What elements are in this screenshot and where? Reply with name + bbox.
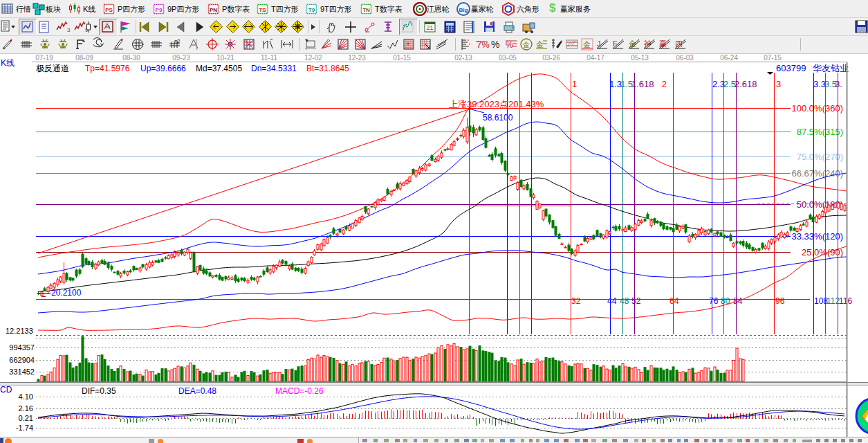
svg-text:DEA=0.48: DEA=0.48 bbox=[178, 386, 216, 396]
svg-text:08-30: 08-30 bbox=[122, 54, 140, 62]
svg-text:96: 96 bbox=[775, 296, 785, 306]
svg-text:Bt=31.8645: Bt=31.8645 bbox=[306, 64, 349, 73]
svg-text:%: % bbox=[491, 39, 499, 50]
svg-text:Tp=41.5976: Tp=41.5976 bbox=[85, 64, 130, 73]
svg-text:07-15: 07-15 bbox=[764, 54, 782, 62]
svg-text:K线: K线 bbox=[1, 58, 15, 68]
svg-text:03-05: 03-05 bbox=[499, 54, 517, 62]
svg-text:3: 3 bbox=[67, 27, 71, 33]
svg-text:11-11: 11-11 bbox=[261, 54, 278, 62]
svg-text:25.0%(90): 25.0%(90) bbox=[802, 247, 843, 257]
svg-text:%: % bbox=[506, 40, 513, 50]
svg-text:52: 52 bbox=[631, 296, 641, 306]
svg-text:4.10: 4.10 bbox=[19, 392, 33, 401]
svg-text:09-23: 09-23 bbox=[172, 54, 190, 62]
svg-text:07-19: 07-19 bbox=[35, 54, 53, 62]
svg-text:01-15: 01-15 bbox=[393, 54, 411, 62]
svg-text:04-17: 04-17 bbox=[587, 54, 604, 62]
svg-text:Up=39.6666: Up=39.6666 bbox=[140, 64, 186, 73]
svg-text:华友钴业: 华友钴业 bbox=[813, 63, 849, 73]
svg-text:n: n bbox=[174, 38, 178, 45]
svg-text:-1.74: -1.74 bbox=[16, 424, 33, 432]
svg-text:金: 金 bbox=[522, 41, 530, 48]
svg-text:331452: 331452 bbox=[9, 368, 35, 376]
svg-text:Md=37.4505: Md=37.4505 bbox=[196, 64, 242, 73]
svg-text:T9: T9 bbox=[308, 7, 315, 13]
svg-text:上涨39.2023点201.43%: 上涨39.2023点201.43% bbox=[449, 99, 544, 109]
svg-text:994357: 994357 bbox=[9, 343, 35, 352]
svg-text:12.2133: 12.2133 bbox=[6, 327, 33, 335]
svg-text:PN: PN bbox=[210, 7, 217, 13]
svg-text:08-09: 08-09 bbox=[75, 54, 93, 62]
svg-text:金: 金 bbox=[536, 40, 544, 48]
svg-text:TS: TS bbox=[259, 7, 266, 13]
svg-text:7%: 7% bbox=[477, 39, 490, 50]
svg-text:116: 116 bbox=[839, 296, 852, 306]
svg-text:603799: 603799 bbox=[776, 63, 806, 73]
svg-text:87.5%(315): 87.5%(315) bbox=[797, 127, 843, 137]
svg-text:12-02: 12-02 bbox=[304, 54, 322, 62]
svg-text:1: 1 bbox=[572, 79, 577, 89]
svg-text:2.618: 2.618 bbox=[735, 79, 757, 89]
svg-text:1.618: 1.618 bbox=[631, 79, 654, 89]
svg-text:12-23: 12-23 bbox=[348, 54, 366, 62]
svg-text:06-03: 06-03 bbox=[676, 54, 694, 62]
svg-text:66.67%(240): 66.67%(240) bbox=[792, 168, 843, 179]
svg-text:四: 四 bbox=[675, 39, 683, 48]
svg-text:CD: CD bbox=[0, 385, 12, 395]
svg-text:32: 32 bbox=[571, 296, 581, 306]
svg-text:05-13: 05-13 bbox=[631, 54, 649, 62]
svg-text:TN: TN bbox=[362, 7, 370, 13]
svg-text:21: 21 bbox=[426, 24, 433, 31]
svg-text:2.16: 2.16 bbox=[19, 404, 33, 413]
svg-text:33.33%(120): 33.33%(120) bbox=[792, 231, 843, 242]
svg-text:75.0%(270): 75.0%(270) bbox=[797, 152, 843, 162]
svg-text:44: 44 bbox=[607, 296, 617, 306]
svg-text:662904: 662904 bbox=[9, 356, 35, 364]
svg-text:赢: 赢 bbox=[659, 39, 667, 48]
svg-text:Big: Big bbox=[459, 7, 468, 13]
svg-text:极反通道: 极反通道 bbox=[36, 64, 69, 73]
svg-text:48: 48 bbox=[620, 296, 629, 306]
svg-text:2: 2 bbox=[662, 79, 667, 89]
svg-text:02-13: 02-13 bbox=[454, 54, 472, 62]
svg-text:DIF=0.35: DIF=0.35 bbox=[82, 386, 116, 396]
svg-text:20.2100: 20.2100 bbox=[51, 288, 82, 298]
svg-text:58.6100: 58.6100 bbox=[483, 113, 513, 123]
svg-text:112: 112 bbox=[827, 296, 840, 306]
svg-text:Dn=34.5331: Dn=34.5331 bbox=[251, 64, 297, 73]
svg-text:03-26: 03-26 bbox=[542, 54, 560, 62]
svg-text:64: 64 bbox=[670, 296, 679, 306]
svg-text:PS: PS bbox=[105, 7, 113, 13]
svg-text:06-24: 06-24 bbox=[720, 54, 738, 62]
svg-text:3: 3 bbox=[776, 79, 781, 89]
svg-text:金: 金 bbox=[583, 40, 591, 48]
svg-text:100.0%(360): 100.0%(360) bbox=[792, 103, 843, 114]
svg-text:0.21: 0.21 bbox=[19, 414, 33, 422]
svg-text:P9: P9 bbox=[156, 7, 163, 13]
svg-text:神: 神 bbox=[644, 39, 652, 48]
svg-text:MACD=-0.26: MACD=-0.26 bbox=[275, 386, 324, 396]
svg-text:10-21: 10-21 bbox=[216, 54, 234, 62]
svg-text:金: 金 bbox=[629, 39, 636, 48]
svg-text:76: 76 bbox=[709, 296, 719, 306]
svg-text:3.: 3. bbox=[835, 79, 842, 89]
